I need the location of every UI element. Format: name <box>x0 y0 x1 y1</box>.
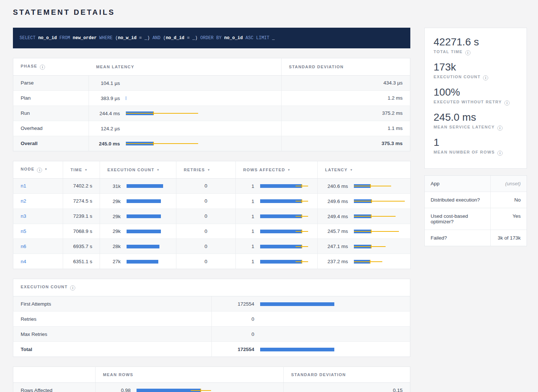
sql-token: no_w_id <box>118 35 136 41</box>
execution-count-value: 29k <box>107 199 121 204</box>
retries-cell: 0 <box>176 254 236 269</box>
sql-token: = _) <box>184 35 200 41</box>
sort-arrow-icon: ▼ <box>85 168 87 172</box>
phase-name: Overhead <box>13 121 89 136</box>
mean-latency-value: 245.0 ms <box>96 141 120 147</box>
time-cell: 6351.1 s <box>63 254 100 269</box>
execution-count-cell: 31k <box>100 178 176 193</box>
sql-token: WHERE <box>99 35 115 41</box>
execution-count-cell: 29k <box>100 224 176 239</box>
column-header-execution-count[interactable]: EXECUTION COUNT▼ <box>100 161 176 178</box>
sql-token: no_o_id <box>38 35 59 41</box>
rows-affected-bar <box>260 184 308 188</box>
sql-token: = _) <box>137 35 152 41</box>
column-header-time[interactable]: TIME▼ <box>63 161 100 178</box>
node-link[interactable]: n1 <box>21 183 26 189</box>
info-icon[interactable]: i <box>497 125 503 131</box>
stat-value: 1 <box>434 137 518 148</box>
execution-row-label: Retries <box>13 312 212 327</box>
time-cell: 7274.5 s <box>63 193 100 209</box>
mean-latency-cell: 245.0 ms <box>89 136 282 151</box>
rows-affected-bar <box>260 259 308 264</box>
column-header-retries[interactable]: RETRIES▼ <box>176 161 236 178</box>
node-link[interactable]: n6 <box>21 244 26 249</box>
summary-stat: 245.0 msMEAN SERVICE LATENCYi <box>434 111 518 131</box>
mean-latency-cell: 104.1 µs <box>89 76 282 91</box>
attribute-value: 3k of 173k <box>491 230 527 246</box>
execution-count-bar <box>127 214 163 219</box>
info-icon[interactable]: i <box>37 168 42 173</box>
execution-count-bar <box>260 347 482 352</box>
node-cell: n3 <box>13 209 63 224</box>
mean-bar <box>127 184 163 188</box>
node-link[interactable]: n2 <box>21 198 26 204</box>
info-icon[interactable]: i <box>465 50 470 55</box>
latency-bar <box>354 229 409 234</box>
info-icon[interactable]: i <box>70 285 75 290</box>
time-cell: 7239.1 s <box>63 209 100 224</box>
execution-count-value: 29k <box>107 214 121 219</box>
node-row: n17402.2 s31k01240.6 ms <box>13 178 411 193</box>
attribute-row: Used cost-based optimizer?Yes <box>425 208 527 230</box>
column-header-node[interactable]: NODEi▼ <box>13 161 63 178</box>
node-link[interactable]: n3 <box>21 213 26 219</box>
sql-token: ASC <box>245 35 256 41</box>
statement-details-page: STATEMENT DETAILS SELECT no_o_id FROM ne… <box>0 0 538 392</box>
mean-tick <box>371 199 372 203</box>
mean-tick <box>301 260 302 264</box>
rows-affected-value: 1 <box>243 183 254 189</box>
execution-row: Total172554 <box>13 342 410 357</box>
stddev-whisker <box>354 261 382 262</box>
node-row: n27274.5 s29k01249.6 ms <box>13 193 411 209</box>
latency-bar <box>354 184 409 188</box>
execution-count-value: 31k <box>107 183 121 189</box>
main-column: SELECT no_o_id FROM new_order WHERE (no_… <box>13 28 410 392</box>
sql-token: SELECT <box>20 35 38 41</box>
column-header-rows-affected[interactable]: ROWS AFFECTED▼ <box>236 161 318 178</box>
phase-row: Overall245.0 ms375.3 ms <box>13 136 410 151</box>
retries-cell: 0 <box>176 193 236 209</box>
mean-tick <box>371 245 372 248</box>
node-cell: n4 <box>13 254 63 269</box>
info-icon[interactable]: i <box>483 75 488 80</box>
column-header-mean-rows: MEAN ROWS <box>96 367 284 383</box>
rows-affected-value: 1 <box>243 214 254 219</box>
node-link[interactable]: n5 <box>21 228 26 234</box>
latency-bar <box>354 214 409 219</box>
rows-affected-row: Rows Affected0.980.15 <box>13 383 410 392</box>
mean-bar <box>127 214 161 218</box>
execution-row-value-cell: 172554 <box>212 342 410 357</box>
mean-rows-value: 0.98 <box>103 388 131 392</box>
info-icon[interactable]: i <box>497 151 503 156</box>
mean-bar <box>127 230 161 233</box>
rows-affected-value: 1 <box>243 199 254 204</box>
node-cell: n1 <box>13 178 63 193</box>
column-header-latency[interactable]: LATENCY▼ <box>318 161 411 178</box>
execution-row: Max Retries0 <box>13 327 410 342</box>
sql-token: ORDER BY <box>200 35 224 41</box>
rows-affected-value: 1 <box>243 244 254 249</box>
node-row: n57068.9 s29k01245.7 ms <box>13 224 411 239</box>
phase-row: Run244.4 ms375.2 ms <box>13 106 410 121</box>
info-icon[interactable]: i <box>40 65 45 70</box>
column-header-phase: PHASEi <box>13 58 89 76</box>
summary-card: 42271.6 sTOTAL TIMEi173kEXECUTION COUNTi… <box>424 28 527 169</box>
mean-latency-value: 124.2 µs <box>96 126 120 131</box>
info-icon[interactable]: i <box>504 100 510 106</box>
stat-label: EXECUTED WITHOUT RETRYi <box>434 100 518 106</box>
mean-rows-cell: 0.98 <box>96 383 284 392</box>
mean-latency-cell: 244.4 ms <box>89 106 282 121</box>
column-header-standard-deviation: STANDARD DEVIATION <box>284 367 410 383</box>
mean-latency-bar <box>126 111 200 116</box>
execution-count-cell: 29k <box>100 193 176 209</box>
rows-affected-cell: 1 <box>236 224 318 239</box>
stddev-whisker <box>354 201 405 202</box>
summary-stat: 42271.6 sTOTAL TIMEi <box>434 36 518 55</box>
node-link[interactable]: n4 <box>21 259 26 264</box>
stddev-whisker <box>126 143 198 144</box>
mean-bar <box>260 302 334 306</box>
mean-tick <box>371 214 372 218</box>
latency-value: 249.6 ms <box>325 199 348 204</box>
mean-latency-cell: 383.9 µs <box>89 90 282 106</box>
stddev-cell: 0.15 <box>284 383 410 392</box>
